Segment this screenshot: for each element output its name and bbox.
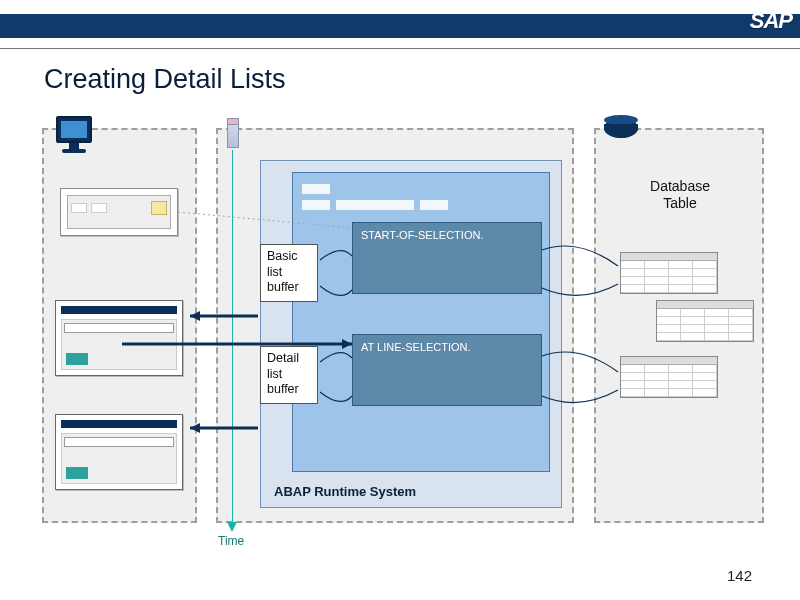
code-line: [302, 184, 330, 194]
abap-program-box: [292, 172, 550, 472]
code-line: [420, 200, 448, 210]
top-bar: [0, 14, 800, 38]
code-line: [336, 200, 414, 210]
time-axis-label: Time: [218, 534, 244, 548]
db-table-1: [620, 252, 718, 294]
page-number: 142: [727, 567, 752, 584]
event-at-line-selection: AT LINE-SELECTION.: [352, 334, 542, 406]
basic-list-buffer: Basic list buffer: [260, 244, 318, 302]
event-start-of-selection: START-OF-SELECTION.: [352, 222, 542, 294]
slide-title: Creating Detail Lists: [44, 64, 286, 95]
detail-list-buffer: Detail list buffer: [260, 346, 318, 404]
divider: [0, 48, 800, 49]
abap-runtime-label: ABAP Runtime System: [274, 484, 416, 499]
sap-logo: SAP: [750, 8, 792, 34]
time-axis: [232, 150, 233, 526]
detail-list-output: [55, 414, 183, 490]
code-line: [302, 200, 330, 210]
time-axis-arrow: [227, 522, 237, 532]
basic-list-output: [55, 300, 183, 376]
db-table-2: [656, 300, 754, 342]
database-icon: [604, 118, 638, 138]
selection-screen: [60, 188, 178, 236]
execute-icon: [151, 201, 167, 215]
database-table-label: Database Table: [630, 178, 730, 212]
db-table-3: [620, 356, 718, 398]
server-icon: [227, 118, 239, 148]
monitor-icon: [56, 116, 92, 153]
